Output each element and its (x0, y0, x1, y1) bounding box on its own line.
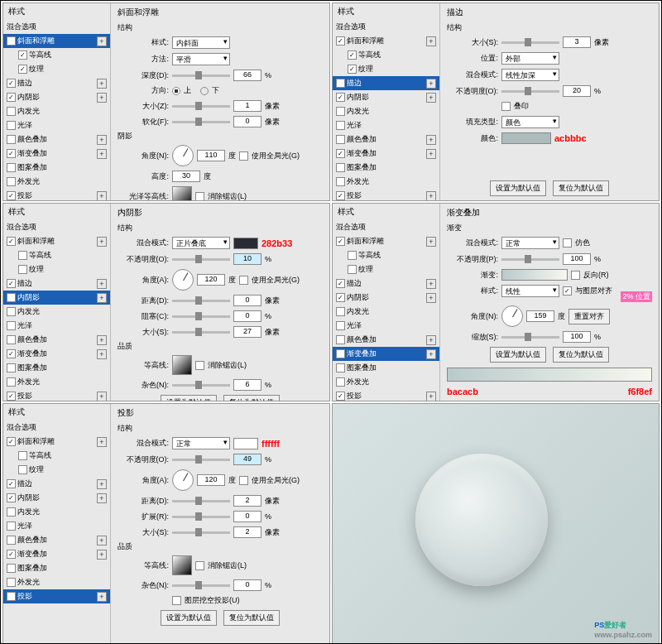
ishadow-swatch[interactable] (233, 238, 258, 249)
gradient-preview[interactable] (501, 269, 568, 281)
gloss-contour[interactable] (172, 186, 192, 201)
dir-down[interactable] (200, 87, 209, 95)
item-drop-sel[interactable]: 投影+ (3, 589, 110, 603)
stroke-blend-select[interactable]: 线性加深 (501, 69, 559, 81)
item-inner-shadow[interactable]: 内阴影+ (3, 90, 110, 104)
size-input[interactable]: 1 (233, 100, 261, 112)
stroke-color-swatch[interactable] (501, 132, 551, 144)
dir-up[interactable] (172, 87, 180, 95)
bevel-style-select[interactable]: 内斜面 (172, 36, 230, 49)
drop-swatch[interactable] (233, 438, 258, 449)
panel-bevel: 样式 混合选项 斜面和浮雕+ 等高线 纹理 描边+ 内阴影+ 内发光 光泽 颜色… (2, 2, 330, 201)
panel-stroke: 样式 混合选项 斜面和浮雕+ 等高线 纹理 描边+ 内阴影+ 内发光 光泽 颜色… (332, 2, 660, 201)
item-satin[interactable]: 光泽 (3, 118, 110, 132)
bevel-tech-select[interactable]: 平滑 (172, 53, 230, 65)
stroke-props: 描边 结构 大小(S):3像素 位置:外部 混合模式:线性加深 不透明度(O):… (440, 3, 659, 200)
item-pattern-overlay[interactable]: 图案叠加 (3, 161, 110, 175)
item-outer-glow[interactable]: 外发光 (3, 175, 110, 189)
soft-slider[interactable] (172, 121, 230, 123)
size-slider[interactable] (172, 105, 230, 108)
item-inner-glow[interactable]: 内发光 (3, 104, 110, 118)
item-texture[interactable]: 纹理 (3, 62, 110, 76)
item-stroke[interactable]: 描边+ (3, 76, 110, 90)
result-preview: PS爱好者www.psahz.com (332, 403, 660, 644)
panel-inner-shadow: 样式 混合选项 斜面和浮雕+ 等高线 纹理 描边+ 内阴影+ 内发光 光泽 颜色… (2, 203, 330, 401)
rendered-orb (415, 454, 548, 586)
grad-props: 渐变叠加 渐变 混合模式:正常仿色 不透明度(P):100% 渐变:反向(R) … (440, 204, 659, 401)
fill-type-select[interactable]: 颜色 (501, 116, 559, 128)
item-ishadow-sel[interactable]: 内阴影+ (3, 291, 110, 305)
reset-align-btn[interactable]: 重置对齐 (568, 309, 610, 324)
item-contour[interactable]: 等高线 (3, 48, 110, 62)
panel-drop-shadow: 样式 混合选项 斜面和浮雕+ 等高线 纹理 描边+ 内阴影+ 内发光 光泽 颜色… (2, 403, 330, 644)
knockout-check[interactable] (172, 596, 181, 605)
item-grad-overlay[interactable]: 渐变叠加+ (3, 147, 110, 161)
bevel-props: 斜面和浮雕 结构 样式:内斜面 方法:平滑 深度(D):66% 方向:上 下 大… (111, 3, 329, 200)
gradient-editor-bar[interactable] (447, 368, 652, 382)
item-grad-sel[interactable]: 渐变叠加+ (333, 347, 439, 361)
item-color-overlay[interactable]: 颜色叠加+ (3, 132, 110, 147)
stroke-pos-select[interactable]: 外部 (501, 52, 559, 65)
ishadow-props: 内阴影 结构 混合模式:正片叠底282b33 不透明度(O):10% 角度(A)… (111, 204, 329, 401)
depth-input[interactable]: 66 (233, 70, 261, 81)
item-blend[interactable]: 混合选项 (3, 20, 110, 34)
angle-dial[interactable] (172, 145, 194, 166)
style-list: 样式 混合选项 斜面和浮雕+ 等高线 纹理 描边+ 内阴影+ 内发光 光泽 颜色… (3, 3, 111, 200)
item-drop-shadow[interactable]: 投影+ (3, 189, 110, 201)
item-bevel[interactable]: 斜面和浮雕+ (3, 34, 110, 48)
soft-input[interactable]: 0 (233, 116, 261, 127)
watermark-logo: PS爱好者www.psahz.com (594, 617, 652, 639)
overprint-check[interactable] (501, 102, 511, 111)
global-check[interactable] (239, 151, 248, 161)
section-title: 斜面和浮雕 (118, 7, 323, 18)
panel-gradient: 样式 混合选项 斜面和浮雕+ 等高线 纹理 描边+ 内阴影+ 内发光 光泽 颜色… (332, 203, 660, 401)
item-stroke-sel[interactable]: 描边+ (333, 76, 439, 90)
depth-slider[interactable] (172, 74, 230, 77)
drop-props: 投影 结构 混合模式:正常ffffff 不透明度(O):49% 角度(A):12… (111, 404, 329, 644)
